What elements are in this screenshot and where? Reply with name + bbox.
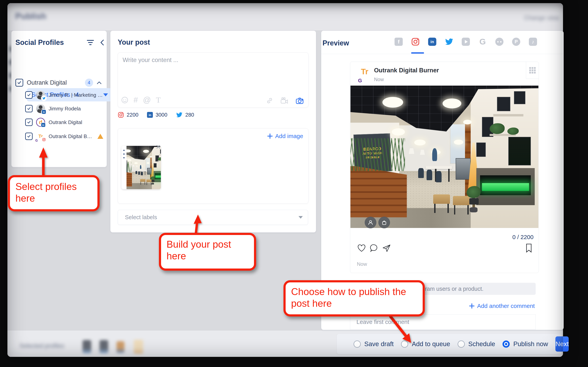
add-to-queue-option[interactable]: Add to queue xyxy=(401,340,450,348)
photo-detail xyxy=(145,182,145,184)
tab-pinterest[interactable]: P xyxy=(512,37,520,46)
photo-detail xyxy=(467,205,469,214)
photo-detail xyxy=(453,196,470,205)
instagram-limit: 2200 xyxy=(118,112,138,118)
photo-detail xyxy=(127,162,131,172)
save-draft-option[interactable]: Save draft xyxy=(354,340,394,348)
profile-checkbox[interactable] xyxy=(25,133,33,140)
page-title-blurred: Publish xyxy=(15,11,46,21)
next-button[interactable]: Next xyxy=(555,336,569,352)
photo-detail xyxy=(436,171,441,182)
filter-icon[interactable] xyxy=(87,40,94,45)
account-avatar-logo: Tr G xyxy=(358,65,371,78)
youtube-icon xyxy=(462,38,470,46)
attached-image-thumbnail[interactable]: BEARCO AUTO WASH PREMIUM xyxy=(121,146,161,189)
avatar-blurred xyxy=(100,340,108,353)
photo-detail xyxy=(145,171,145,175)
screenshot-root: Publish Change view Selected profiles So… xyxy=(0,0,588,367)
photo-detail xyxy=(427,170,432,180)
tag-product-button[interactable] xyxy=(378,217,390,228)
photo-detail xyxy=(154,163,156,167)
editor-toolbar: # @ T xyxy=(121,95,161,105)
tab-youtube[interactable] xyxy=(461,37,470,46)
photo-detail xyxy=(508,137,531,165)
chevron-up-icon[interactable] xyxy=(97,81,102,85)
instagram-icon xyxy=(118,112,124,118)
group-label: Outrank Digital xyxy=(27,79,81,86)
remove-image-icon[interactable] xyxy=(156,144,161,150)
preview-photo: BEARCO AUTO WASH PREMIUM xyxy=(350,86,538,228)
profile-row-outrank-digital-burner[interactable]: Tr G Outrank Digital Burner xyxy=(25,131,103,142)
tab-instagram[interactable] xyxy=(411,37,420,46)
schedule-option[interactable]: Schedule xyxy=(458,340,495,348)
grid-view-button[interactable] xyxy=(526,62,539,79)
photo-detail xyxy=(454,140,463,145)
reddit-icon xyxy=(495,38,503,46)
photo-detail xyxy=(463,120,472,124)
photo-detail xyxy=(490,123,505,134)
add-image-button[interactable]: Add image xyxy=(268,133,303,139)
video-icon[interactable] xyxy=(280,97,289,105)
drag-handle-icon[interactable] xyxy=(121,146,127,189)
tab-linkedin[interactable]: in xyxy=(428,37,437,46)
profile-checkbox[interactable] xyxy=(25,118,33,126)
profile-checkbox[interactable] xyxy=(25,91,33,99)
tab-google[interactable]: G xyxy=(478,37,487,46)
photo-detail xyxy=(469,198,479,205)
avatar-blurred xyxy=(134,340,143,354)
hashtag-icon[interactable]: # xyxy=(134,96,138,104)
social-profiles-title: Social Profiles xyxy=(15,38,64,47)
linkedin-badge-icon: in xyxy=(41,109,46,114)
profile-row-jimmy-r[interactable]: Jimmy R. | Marketing Co... xyxy=(25,90,103,100)
profile-name: Outrank Digital Burner xyxy=(49,133,94,139)
camera-icon[interactable] xyxy=(295,97,304,105)
link-icon[interactable] xyxy=(266,97,274,105)
tab-reddit[interactable] xyxy=(495,37,504,46)
radio-icon[interactable] xyxy=(401,341,408,348)
post-posted-time: Now xyxy=(357,261,367,267)
tag-people-button[interactable] xyxy=(365,217,376,228)
select-labels-placeholder: Select labels xyxy=(125,214,157,221)
radio-selected-icon[interactable] xyxy=(502,341,510,348)
photo-detail xyxy=(147,182,147,185)
tab-tiktok[interactable]: ♪ xyxy=(529,37,537,46)
group-checkbox[interactable] xyxy=(15,79,23,87)
share-icon xyxy=(382,243,391,253)
photo-detail xyxy=(514,91,525,104)
mention-icon[interactable]: @ xyxy=(143,96,151,104)
annotation-select-profiles: Select profiles here xyxy=(8,175,100,211)
profile-row-outrank-digital[interactable]: d in Outrank Digital xyxy=(25,117,103,128)
plus-icon xyxy=(469,303,474,309)
select-labels-dropdown[interactable]: Select labels xyxy=(118,210,308,225)
first-comment-field xyxy=(350,314,536,330)
tab-facebook[interactable]: f xyxy=(394,37,403,46)
photo-detail xyxy=(136,171,137,174)
radio-icon[interactable] xyxy=(354,341,361,348)
profile-name: Outrank Digital xyxy=(49,119,103,125)
emoji-icon[interactable] xyxy=(121,96,129,104)
photo-detail xyxy=(156,175,161,178)
profile-group-row[interactable]: Outrank Digital 4 xyxy=(15,78,102,88)
avatar-logo: d in xyxy=(36,118,45,127)
publish-now-option[interactable]: Publish now xyxy=(502,340,548,348)
text-format-icon[interactable]: T xyxy=(156,95,161,105)
photo-detail xyxy=(476,142,486,157)
first-comment-input[interactable] xyxy=(350,315,536,329)
profile-name: Jimmy R. | Marketing Co... xyxy=(49,92,103,98)
tiktok-icon: ♪ xyxy=(529,38,537,46)
photo-detail xyxy=(140,179,146,182)
tab-twitter[interactable] xyxy=(445,37,453,46)
profile-checkbox[interactable] xyxy=(25,105,33,112)
post-editor-card: # @ T xyxy=(118,52,308,108)
add-another-comment-button[interactable]: Add another comment xyxy=(469,303,535,309)
photo-detail xyxy=(151,182,151,185)
avatar-blurred xyxy=(83,340,91,353)
photo-detail xyxy=(143,150,149,153)
character-limits-row: 2200 in 3000 280 xyxy=(118,112,194,118)
plus-icon xyxy=(268,133,273,139)
profile-row-jimmy-rodela[interactable]: in Jimmy Rodela xyxy=(25,103,103,114)
post-content-input[interactable] xyxy=(122,56,303,92)
collapse-panel-icon[interactable] xyxy=(99,39,106,46)
photo-detail xyxy=(497,97,510,111)
radio-icon[interactable] xyxy=(458,341,465,348)
